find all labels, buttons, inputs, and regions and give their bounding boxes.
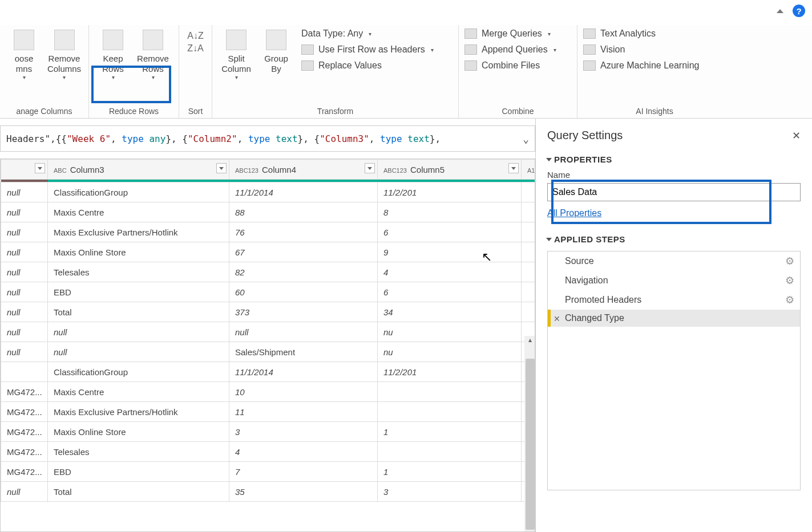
table-row[interactable]: nullMaxis Online Store679 bbox=[1, 242, 536, 262]
replace-values-button[interactable]: Replace Values bbox=[301, 60, 434, 71]
column-header[interactable]: ABCColumn3 bbox=[48, 160, 229, 180]
data-type-button[interactable]: Data Type: Any▾ bbox=[301, 29, 434, 39]
properties-header: PROPERTIES bbox=[554, 155, 612, 164]
applied-step[interactable]: Promoted Headers⚙ bbox=[548, 290, 800, 310]
delete-step-icon[interactable]: ✕ bbox=[554, 314, 560, 323]
vertical-scrollbar[interactable]: ▴ ▾ bbox=[524, 336, 535, 532]
filter-icon[interactable] bbox=[365, 163, 375, 173]
column-header[interactable]: ABC123Column5 bbox=[378, 160, 522, 180]
gear-icon[interactable]: ⚙ bbox=[785, 294, 794, 306]
sort-desc-icon[interactable]: Z↓A bbox=[187, 43, 203, 54]
table-row[interactable]: MG472...Maxis Exclusive Partners/Hotlink… bbox=[1, 402, 536, 422]
table-row[interactable]: MG472...Telesales4 bbox=[1, 442, 536, 462]
table-row[interactable]: nullTelesales824 bbox=[1, 262, 536, 282]
all-properties-link[interactable]: All Properties bbox=[547, 208, 601, 218]
name-label: Name bbox=[547, 170, 570, 180]
keep-rows-button[interactable]: Keep Rows▾ bbox=[95, 29, 131, 82]
applied-step[interactable]: Navigation⚙ bbox=[548, 271, 800, 290]
column-header[interactable]: A1 bbox=[522, 160, 536, 180]
column-header[interactable] bbox=[1, 160, 48, 180]
table-row[interactable]: nullMaxis Centre888 bbox=[1, 202, 536, 222]
column-header[interactable]: ABC123Column4 bbox=[229, 160, 378, 180]
table-row[interactable]: nullnullSales/Shipmentnu bbox=[1, 342, 536, 362]
table-row[interactable]: MG472...Maxis Online Store31 bbox=[1, 422, 536, 442]
table-row[interactable]: nullTotal353 bbox=[1, 482, 536, 502]
table-row[interactable]: ClassificationGroup11/1/201411/2/201 bbox=[1, 362, 536, 382]
applied-steps-header: APPLIED STEPS bbox=[554, 234, 625, 244]
vision-button[interactable]: Vision bbox=[583, 44, 699, 55]
panel-title: Query Settings bbox=[547, 129, 623, 142]
group-label-sort: Sort bbox=[179, 107, 212, 118]
table-row[interactable]: MG472...EBD71 bbox=[1, 462, 536, 482]
filter-icon[interactable] bbox=[216, 163, 227, 173]
filter-icon[interactable] bbox=[35, 163, 45, 173]
ribbon: oose mns▾ Remove Columns▾ anage Columns … bbox=[0, 25, 812, 119]
group-label-manage-columns: anage Columns bbox=[0, 107, 88, 118]
table-row[interactable]: MG472...Maxis Centre10 bbox=[1, 382, 536, 402]
gear-icon[interactable]: ⚙ bbox=[785, 255, 794, 267]
group-label-ai: AI Insights bbox=[577, 107, 732, 118]
data-grid[interactable]: ABCColumn3ABC123Column4ABC123Column5A1 n… bbox=[0, 159, 535, 532]
use-first-row-headers-button[interactable]: Use First Row as Headers▾ bbox=[301, 44, 434, 55]
table-row[interactable]: nullClassificationGroup11/1/201411/2/201 bbox=[1, 182, 536, 202]
group-label-transform: Transform bbox=[212, 107, 458, 118]
group-label-reduce-rows: Reduce Rows bbox=[89, 107, 179, 118]
remove-rows-button[interactable]: Remove Rows▾ bbox=[135, 29, 171, 82]
formula-bar[interactable]: Headers",{{"Week 6", type any}, {"Column… bbox=[0, 125, 535, 152]
formula-expand-icon[interactable]: ⌄ bbox=[523, 133, 529, 145]
ribbon-collapse-chevron[interactable] bbox=[777, 9, 783, 13]
choose-columns-button[interactable]: oose mns▾ bbox=[6, 29, 42, 82]
split-column-button[interactable]: Split Column▾ bbox=[218, 29, 254, 82]
sort-asc-icon[interactable]: A↓Z bbox=[187, 31, 203, 41]
query-name-input[interactable] bbox=[547, 183, 801, 201]
applied-step[interactable]: ✕Changed Type bbox=[548, 310, 800, 327]
table-row[interactable]: nullEBD606 bbox=[1, 282, 536, 302]
azure-ml-button[interactable]: Azure Machine Learning bbox=[583, 60, 699, 71]
applied-step[interactable]: Source⚙ bbox=[548, 251, 800, 271]
table-row[interactable]: nullTotal37334 bbox=[1, 302, 536, 322]
append-queries-button[interactable]: Append Queries▾ bbox=[464, 44, 556, 55]
filter-icon[interactable] bbox=[508, 163, 519, 173]
group-label-combine: Combine bbox=[459, 107, 577, 118]
combine-files-button[interactable]: Combine Files bbox=[464, 60, 556, 71]
query-settings-panel: Query Settings ✕ PROPERTIES Name All Pro… bbox=[535, 119, 812, 532]
merge-queries-button[interactable]: Merge Queries▾ bbox=[464, 29, 556, 39]
gear-icon[interactable]: ⚙ bbox=[785, 274, 794, 287]
group-by-button[interactable]: Group By bbox=[258, 29, 294, 75]
remove-columns-button[interactable]: Remove Columns▾ bbox=[46, 29, 83, 82]
text-analytics-button[interactable]: Text Analytics bbox=[583, 29, 699, 39]
close-icon[interactable]: ✕ bbox=[792, 129, 801, 142]
applied-steps-list: Source⚙Navigation⚙Promoted Headers⚙✕Chan… bbox=[547, 251, 801, 490]
help-icon[interactable]: ? bbox=[793, 5, 805, 17]
table-row[interactable]: nullnullnullnu bbox=[1, 322, 536, 342]
table-row[interactable]: nullMaxis Exclusive Partners/Hotlink766 bbox=[1, 222, 536, 242]
